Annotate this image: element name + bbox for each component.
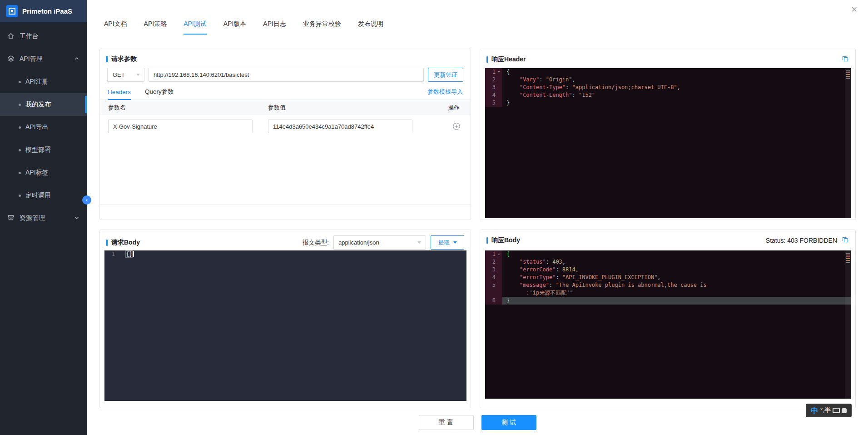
sidebar-item-label: API导出: [25, 123, 49, 131]
response-header-panel: 响应Header 1▾{2 "Vary": "Origin",3 "Conten…: [480, 49, 856, 220]
param-table-row: [100, 115, 471, 133]
sidebar-collapse-button[interactable]: ‹: [82, 195, 91, 205]
param-name-input[interactable]: [108, 120, 253, 133]
keyboard-icon[interactable]: [833, 408, 840, 413]
sidebar-item-label: API管理: [20, 55, 43, 63]
minimap: [845, 68, 851, 218]
sidebar: Primeton iPaaS 工作台 API管理 API注册: [0, 0, 87, 435]
bullet-icon: [19, 195, 21, 197]
brand-name: Primeton iPaaS: [22, 7, 72, 15]
code-line-wrap: :'ip来源不匹配'": [485, 289, 851, 297]
param-value-input[interactable]: [268, 120, 412, 133]
add-param-button[interactable]: [452, 122, 462, 130]
sidebar-item-label: 模型部署: [25, 146, 51, 154]
test-button[interactable]: 测 试: [481, 415, 536, 430]
tab-api-test[interactable]: API测试: [184, 20, 207, 35]
tab-api-log[interactable]: API日志: [263, 20, 286, 35]
layers-icon: [7, 55, 15, 64]
subtab-query-params[interactable]: Query参数: [145, 84, 174, 100]
sidebar-nav: 工作台 API管理 API注册 我的发布 API导出: [0, 22, 87, 230]
request-body-panel: 请求Body 报文类型: application/json 提取 1{}: [99, 230, 471, 408]
chevron-up-icon: [74, 55, 79, 63]
copy-icon[interactable]: [842, 236, 849, 245]
refresh-credential-button[interactable]: 更新凭证: [428, 68, 463, 82]
section-title-text: 响应Header: [491, 55, 526, 64]
tab-api-policy[interactable]: API策略: [144, 20, 167, 35]
param-table-header: 参数名 参数值 操作: [100, 100, 471, 115]
sidebar-item-api-tags[interactable]: API标签: [0, 161, 87, 184]
section-bar: [486, 56, 488, 63]
code-line: 4 "Content-Length": "152": [485, 91, 851, 99]
main-panel: × API文档 API策略 API测试 API版本 API日志 业务异常校验 发…: [87, 0, 868, 435]
tab-business-exception-check[interactable]: 业务异常校验: [303, 20, 341, 35]
request-body-editor[interactable]: 1{}: [104, 250, 466, 401]
tab-api-version[interactable]: API版本: [223, 20, 247, 35]
col-param-name: 参数名: [108, 104, 268, 112]
chevron-down-icon: [453, 241, 457, 244]
section-title-text: 请求参数: [111, 55, 137, 63]
param-subtabs: Headers Query参数 参数模板导入: [100, 84, 471, 100]
request-params-panel: 请求参数 GET 更新凭证 Headers Query参数 参数模板导入 参数名…: [99, 49, 471, 220]
code-line: 6}: [485, 297, 851, 305]
sidebar-item-resource-management[interactable]: 资源管理: [0, 207, 87, 230]
code-line: 5 "message": "The ApiInvoke plugin is ab…: [485, 281, 851, 289]
section-title-text: 响应Body: [491, 236, 520, 245]
footer-actions: 重 置 测 试: [87, 415, 868, 430]
col-operation: 操作: [448, 104, 462, 112]
sidebar-item-label: 资源管理: [20, 214, 45, 222]
ime-mode-indicator[interactable]: °,半: [820, 406, 831, 415]
sidebar-item-workbench[interactable]: 工作台: [0, 25, 87, 48]
chevron-down-icon: [417, 241, 421, 244]
sidebar-item-scheduled-call[interactable]: 定时调用: [0, 184, 87, 207]
tab-release-notes[interactable]: 发布说明: [358, 20, 383, 35]
close-icon[interactable]: ×: [851, 5, 857, 15]
col-param-value: 参数值: [268, 104, 430, 112]
code-line: 1{}: [104, 250, 466, 258]
chevron-down-icon: [136, 74, 140, 76]
param-template-import-link[interactable]: 参数模板导入: [427, 88, 463, 96]
sidebar-item-label: 我的发布: [25, 100, 51, 109]
home-icon: [7, 32, 15, 41]
content-type-select[interactable]: application/json: [333, 235, 426, 250]
content-type-value: application/json: [338, 239, 379, 246]
bullet-icon: [19, 172, 21, 174]
sidebar-item-model-deploy[interactable]: 模型部署: [0, 139, 87, 161]
minimap: [845, 250, 851, 399]
response-body-panel: 响应Body Status: 403 FORBIDDEN 1▾{2 "statu…: [480, 230, 856, 408]
code-line: 1▾{: [485, 68, 851, 76]
request-url-row: GET 更新凭证: [100, 63, 471, 82]
bullet-icon: [19, 149, 21, 151]
content-type-label: 报文类型:: [303, 239, 329, 247]
sidebar-item-api-export[interactable]: API导出: [0, 116, 87, 139]
ime-toolbar[interactable]: 中 °,半: [806, 404, 852, 417]
extract-button[interactable]: 提取: [431, 235, 464, 250]
section-title-text: 请求Body: [111, 239, 140, 247]
response-header-editor[interactable]: 1▾{2 "Vary": "Origin",3 "Content-Type": …: [485, 68, 851, 218]
sidebar-item-label: 工作台: [20, 32, 39, 40]
sidebar-item-api-management[interactable]: API管理: [0, 48, 87, 70]
section-bar: [106, 56, 108, 62]
section-title-request-params: 请求参数: [106, 55, 137, 63]
response-body-editor[interactable]: 1▾{2 "status": 403,3 "errorCode": 8814,4…: [485, 250, 851, 399]
code-line: 1▾{: [485, 250, 851, 258]
table-bottom-divider: [100, 204, 471, 205]
sidebar-item-api-register[interactable]: API注册: [0, 70, 87, 93]
box-icon: [7, 214, 15, 223]
code-line: 5}: [485, 99, 851, 107]
section-title-request-body: 请求Body: [106, 239, 140, 247]
sidebar-item-label: 定时调用: [25, 191, 51, 200]
tab-api-doc[interactable]: API文档: [104, 20, 127, 35]
method-select[interactable]: GET: [107, 68, 144, 82]
code-line: 3 "errorCode": 8814,: [485, 266, 851, 274]
code-line: 3 "Content-Type": "application/json;char…: [485, 84, 851, 91]
reset-button[interactable]: 重 置: [419, 415, 474, 430]
section-bar: [486, 237, 488, 244]
copy-icon[interactable]: [842, 55, 849, 64]
ime-language-indicator[interactable]: 中: [811, 405, 818, 416]
sidebar-item-my-publish[interactable]: 我的发布: [0, 93, 87, 116]
ime-tool-icon[interactable]: [842, 408, 847, 413]
url-input[interactable]: [149, 68, 424, 82]
status-badge: Status: 403 FORBIDDEN: [766, 237, 837, 244]
extract-label: 提取: [438, 239, 450, 247]
subtab-headers[interactable]: Headers: [108, 84, 131, 100]
